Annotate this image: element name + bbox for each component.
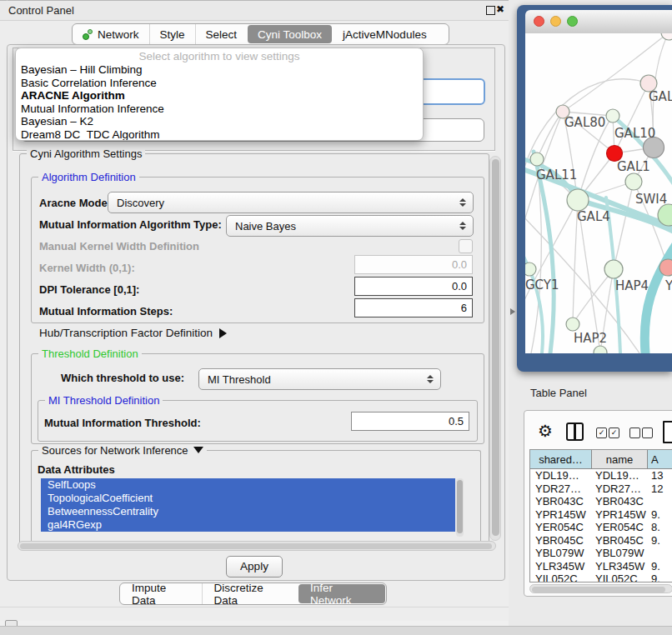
table-row[interactable]: YBL079WYBL079W [530,547,672,560]
column-header-a[interactable]: A [648,450,672,468]
network-view-window[interactable]: GALGAL80GAL10GAL1GAL11GAL4SWI4GCY1HAP4YH… [517,5,672,372]
network-node[interactable] [661,33,672,40]
float-window-icon[interactable] [486,6,495,15]
attribute-item-topologicalcoefficient[interactable]: TopologicalCoefficient [41,492,455,505]
tab-jactivemnodules[interactable]: jActiveMNodules [333,24,437,44]
attribute-item-betweennesscentrality[interactable]: BetweennessCentrality [41,505,455,518]
bottom-tab-bar: Impute DataDiscretize DataInfer Network [119,582,387,605]
kernel-width-label: Kernel Width (0,1): [39,262,135,274]
scrollbar-thumb[interactable] [20,543,492,549]
aracne-mode-combo[interactable]: Discovery [108,192,474,213]
spinner-icon [424,375,437,383]
table-body: YDL19…YDL19…13YDR27…YDR27…12YBR043CYBR04… [530,469,672,582]
spinner-icon [456,222,469,230]
table-cell: YDR27… [592,482,648,496]
mi-steps-input[interactable]: 6 [354,298,473,318]
collapse-down-icon [193,447,203,453]
document-icon[interactable] [663,421,672,443]
apply-button[interactable]: Apply [226,556,283,578]
group-title: Algorithm Definition [38,171,139,183]
network-graph: GALGAL80GAL10GAL1GAL11GAL4SWI4GCY1HAP4YH… [525,33,672,353]
select-all-checked-icon[interactable]: ✓ [596,428,607,438]
split-columns-icon[interactable] [566,422,584,441]
table-cell: YIL052C [592,572,648,582]
attribute-item-gal4rgexp[interactable]: gal4RGexp [41,518,455,532]
attribute-item-selfloops[interactable]: SelfLoops [41,478,455,492]
tab-select[interactable]: Select [195,24,248,44]
network-node[interactable] [594,346,607,353]
dropdown-item-bayesian-k2[interactable]: Bayesian – K2 [16,115,423,128]
kernel-width-input[interactable]: 0.0 [354,255,473,274]
gear-icon[interactable]: ⚙ [538,422,553,439]
dropdown-item-aracne-algorithm[interactable]: ARACNE Algorithm [16,89,423,102]
table-panel-window: ⚙ ✓ ✓ shared…nameA YDL19…YDL19…13YDR27…Y… [524,410,672,597]
which-threshold-combo[interactable]: MI Threshold [198,368,441,390]
sources-toggle[interactable]: Sources for Network Inference [38,444,207,457]
table-horizontal-scrollbar[interactable] [529,584,672,593]
dropdown-item-mutual-information-inference[interactable]: Mutual Information Inference [16,102,423,116]
tab-cyni-toolbox[interactable]: Cyni Toolbox [248,25,332,43]
tab-infer-network[interactable]: Infer Network [298,584,385,603]
tab-network[interactable]: Network [73,24,149,44]
settings-horizontal-scrollbar[interactable] [18,541,496,551]
table-cell: 8. [648,521,672,534]
table-row[interactable]: YBR045CYBR045C9. [530,534,672,548]
node-table: shared…nameA YDL19…YDL19…13YDR27…YDR27…1… [529,449,672,582]
network-node-gal11[interactable] [530,152,544,166]
dpi-tolerance-label: DPI Tolerance [0,1]: [39,283,139,296]
mi-steps-label: Mutual Information Steps: [39,305,173,318]
scrollbar-thumb[interactable] [492,159,499,536]
network-node-y[interactable] [659,259,672,276]
mi-type-combo[interactable]: Naive Bayes [226,215,474,237]
list-scrollbar[interactable] [456,478,464,537]
table-row[interactable]: YDL19…YDL19…13 [530,469,672,482]
settings-vertical-scrollbar[interactable] [489,156,501,541]
table-header-row: shared…nameA [530,450,672,469]
table-row[interactable]: YIL052CYIL052C9. [530,572,672,582]
table-cell: YLR345W [530,560,592,573]
network-node-hap4[interactable] [604,260,623,278]
dropdown-item-dream8-dc-tdc-algorithm[interactable]: Dream8 DC_TDC Algorithm [16,128,423,142]
tab-style[interactable]: Style [149,24,195,44]
deselect-unchecked-icon[interactable] [629,428,640,438]
close-icon[interactable]: ✖ [496,3,504,15]
dropdown-item-basic-correlation-inference[interactable]: Basic Correlation Inference [16,77,423,90]
table-row[interactable]: YER054CYER054C8. [530,521,672,534]
table-cell [648,547,672,560]
expand-right-icon [219,328,227,338]
manual-kernel-checkbox[interactable] [459,239,473,253]
column-header-name[interactable]: name [592,450,648,468]
table-cell: YDL19… [592,469,648,482]
split-pane-handle-icon[interactable] [510,308,515,315]
tab-impute-data[interactable]: Impute Data [120,583,202,604]
select-all-checked-icon[interactable]: ✓ [609,428,619,438]
dpi-tolerance-input[interactable]: 0.0 [354,277,473,296]
scrollbar-thumb[interactable] [532,587,665,592]
close-traffic-light-icon[interactable] [534,16,544,27]
table-row[interactable]: YBR043CYBR043C [530,495,672,508]
network-node-hap2[interactable] [566,318,579,331]
dropdown-item-bayesian-hill-climbing[interactable]: Bayesian – Hill Climbing [16,63,423,77]
network-window-titlebar[interactable] [525,10,672,34]
group-title: Cyni Algorithm Settings [27,148,145,160]
table-row[interactable]: YLR345WYLR345W9. [530,560,672,573]
network-node-gal1[interactable] [625,173,642,190]
node-label: GAL80 [564,115,605,130]
network-canvas[interactable]: GALGAL80GAL10GAL1GAL11GAL4SWI4GCY1HAP4YH… [525,33,672,353]
scrollbar-thumb[interactable] [457,480,463,533]
window-bottom-edge [0,607,509,608]
mi-threshold-input[interactable]: 0.5 [351,412,469,431]
network-node-gal4[interactable] [567,189,589,211]
network-node-gal10[interactable] [606,109,619,122]
network-node-gcy1[interactable] [525,262,536,276]
deselect-unchecked-icon[interactable] [642,428,653,438]
aracne-mode-label: Aracne Mode: [39,197,111,209]
table-cell: YBR043C [592,495,648,508]
minimize-traffic-light-icon[interactable] [550,16,561,27]
tab-discretize-data[interactable]: Discretize Data [202,583,298,604]
table-row[interactable]: YDR27…YDR27…12 [530,482,672,496]
hub-definition-expander[interactable]: Hub/Transcription Factor Definition [39,327,227,339]
zoom-traffic-light-icon[interactable] [567,16,578,27]
column-header-shared-[interactable]: shared… [530,450,592,468]
table-row[interactable]: YPR145WYPR145W9. [530,508,672,522]
